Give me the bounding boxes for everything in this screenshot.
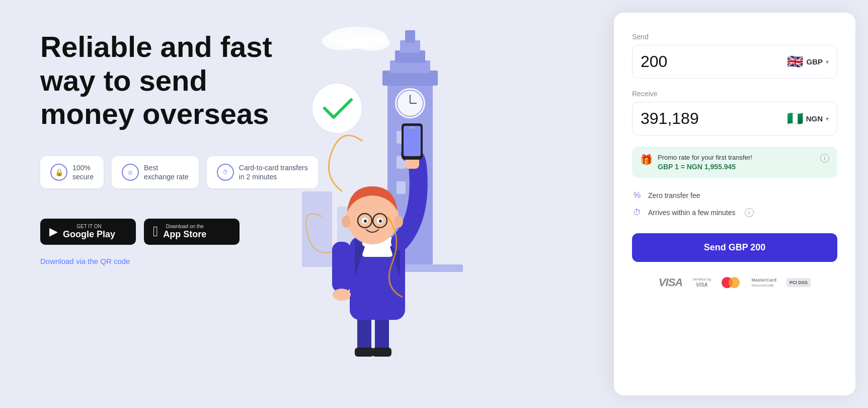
google-play-icon: ▶	[49, 225, 58, 238]
secure-icon: 🔒	[50, 164, 67, 181]
transfer-widget: Send 🇬🇧 GBP ▾ Receive 🇳🇬 NGN ▾ 🎁 Promo r…	[614, 13, 855, 395]
send-currency-flag: 🇬🇧	[787, 54, 803, 70]
features-row: 🔒 100%secure ◎ Bestexchange rate ⏱ Card-…	[40, 156, 614, 188]
send-button[interactable]: Send GBP 200	[632, 233, 837, 262]
google-play-main-text: Google Play	[63, 229, 115, 240]
receive-amount-input[interactable]	[641, 109, 787, 128]
app-store-button[interactable]:  Download on the App Store	[144, 219, 240, 245]
qr-code-link[interactable]: Download via the QR code	[40, 257, 614, 265]
verified-visa-logo: Verified by VISA	[692, 277, 711, 288]
clock-icon: ⏱	[632, 208, 642, 217]
zero-fee-text: Zero transfer fee	[648, 191, 700, 199]
mastercard-logo	[722, 277, 740, 288]
receive-currency-code: NGN	[806, 114, 823, 123]
send-label: Send	[632, 33, 837, 41]
send-currency-code: GBP	[806, 57, 823, 66]
receive-currency-selector[interactable]: 🇳🇬 NGN ▾	[787, 111, 829, 126]
app-store-top-text: Download on the	[163, 224, 206, 229]
arrives-info-icon[interactable]: i	[745, 208, 754, 217]
visa-logo: VISA	[659, 276, 682, 289]
payment-logos: VISA Verified by VISA MasterCard SecureC…	[632, 272, 837, 289]
rate-icon: ◎	[122, 164, 139, 181]
promo-rate: GBP 1 = NGN 1,955.945	[658, 163, 815, 171]
receive-currency-chevron: ▾	[826, 115, 829, 122]
feature-secure: 🔒 100%secure	[40, 156, 104, 188]
google-play-button[interactable]: ▶ GET IT ON Google Play	[40, 219, 136, 245]
receive-input-wrapper: 🇳🇬 NGN ▾	[632, 102, 837, 135]
headline: Reliable and fast way to send money over…	[40, 30, 302, 131]
hero-section: Reliable and fast way to send money over…	[0, 0, 868, 408]
zero-fee-row: % Zero transfer fee	[632, 187, 837, 204]
feature-rate: ◎ Bestexchange rate	[112, 156, 199, 188]
percent-icon: %	[632, 191, 642, 200]
arrives-row: ⏱ Arrives within a few minutes i	[632, 204, 837, 221]
mastercard-secure-logo: MasterCard SecureCode	[752, 278, 777, 288]
pci-dss-badge: PCI DSS	[786, 278, 811, 287]
apple-icon: 	[153, 224, 158, 240]
speed-label: Card-to-card transfersin 2 minutes	[239, 163, 308, 181]
arrives-text: Arrives within a few minutes	[648, 209, 736, 217]
promo-title: Promo rate for your first transfer!	[658, 154, 815, 161]
google-play-top-text: GET IT ON	[63, 224, 115, 229]
promo-banner: 🎁 Promo rate for your first transfer! GB…	[632, 147, 837, 178]
send-currency-chevron: ▾	[826, 58, 829, 65]
app-buttons: ▶ GET IT ON Google Play  Download on th…	[40, 219, 614, 245]
secure-label: 100%secure	[72, 163, 94, 181]
promo-text-block: Promo rate for your first transfer! GBP …	[658, 154, 815, 171]
send-currency-selector[interactable]: 🇬🇧 GBP ▾	[787, 54, 829, 70]
rate-label: Bestexchange rate	[144, 163, 189, 181]
feature-speed: ⏱ Card-to-card transfersin 2 minutes	[207, 156, 318, 188]
promo-info-icon[interactable]: i	[820, 154, 829, 163]
left-content: Reliable and fast way to send money over…	[0, 0, 614, 408]
receive-currency-flag: 🇳🇬	[787, 111, 803, 126]
app-store-main-text: App Store	[163, 229, 206, 240]
speed-icon: ⏱	[217, 164, 234, 181]
promo-emoji: 🎁	[640, 154, 653, 166]
receive-label: Receive	[632, 90, 837, 98]
send-input-wrapper: 🇬🇧 GBP ▾	[632, 45, 837, 79]
send-amount-input[interactable]	[641, 52, 787, 71]
